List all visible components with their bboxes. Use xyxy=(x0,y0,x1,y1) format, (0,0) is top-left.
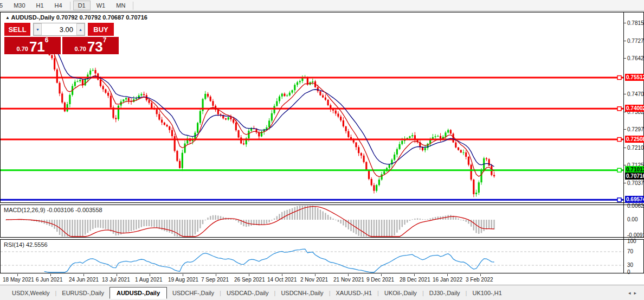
sell-price-pips: 71 xyxy=(29,40,45,53)
symbol-tab-xauusd-h1[interactable]: XAUUSD-,H1 xyxy=(330,288,377,298)
volume-decrease-button[interactable]: ▼ xyxy=(34,23,42,35)
timeframe-button-h4[interactable]: H4 xyxy=(50,1,67,10)
buy-price-display[interactable]: 0.70 73 7 xyxy=(62,37,119,54)
price-tick-label: 0.72100 xyxy=(627,145,644,151)
symbol-tab-usdcad-daily[interactable]: USDCAD-,Daily xyxy=(221,288,274,298)
symbol-tab-audusd-daily[interactable]: AUDUSD-,Daily xyxy=(110,287,167,299)
timeframe-button-5[interactable]: 5 xyxy=(0,1,8,10)
sell-price-point: 6 xyxy=(45,37,49,43)
buy-price-pips: 73 xyxy=(87,40,103,53)
price-tick xyxy=(624,129,626,130)
date-axis[interactable]: 18 May 20216 Jun 202124 Jun 202113 Jul 2… xyxy=(0,274,644,284)
hline-handle[interactable] xyxy=(617,168,621,172)
timeframe-button-m30[interactable]: M30 xyxy=(9,1,30,10)
price-tick xyxy=(624,112,626,112)
symbol-tab-usdx-weekly[interactable]: USDX,Weekly xyxy=(7,288,55,298)
date-tick xyxy=(17,274,18,276)
date-label: 14 Oct 2021 xyxy=(267,277,297,283)
date-label: 6 Jun 2021 xyxy=(36,277,63,283)
date-tick xyxy=(447,274,448,276)
tab-scroll-right-icon[interactable]: ▸ xyxy=(634,290,640,296)
price-tick-label: 0.77275 xyxy=(627,38,644,44)
symbol-tab-usdchf-daily[interactable]: USDCHF-,Daily xyxy=(167,288,220,298)
date-tick xyxy=(315,274,315,276)
timeframe-button-h1[interactable]: H1 xyxy=(31,1,49,10)
date-tick xyxy=(249,274,249,276)
price-tick xyxy=(624,23,626,23)
sell-price-display[interactable]: 0.70 71 6 xyxy=(4,37,61,54)
price-tick-label: 0.70375 xyxy=(627,180,644,186)
macd-indicator-pane[interactable]: MACD(12,26,9) -0.003106 -0.003558 xyxy=(0,205,644,238)
volume-increase-button[interactable]: ▲ xyxy=(76,23,85,35)
buy-price-point: 7 xyxy=(103,37,107,43)
timeframe-button-mn[interactable]: MN xyxy=(111,1,130,10)
macd-axis-label: 0.006201 xyxy=(627,203,644,209)
date-label: 19 Aug 2021 xyxy=(168,277,198,283)
rsi-indicator-pane[interactable]: RSI(14) 42.5556 xyxy=(0,239,644,273)
symbol-tab-usdcnh-daily[interactable]: USDCNH-,Daily xyxy=(275,288,329,298)
rsi-axis-label: 100 xyxy=(627,238,636,244)
rsi-axis-label: 70 xyxy=(627,248,633,254)
hline-handle[interactable] xyxy=(617,107,621,111)
date-tick xyxy=(381,274,382,276)
symbol-tab-ukoil-daily[interactable]: UKOil-,Daily xyxy=(379,288,422,298)
price-tick-label: 0.74700 xyxy=(627,91,644,97)
chart-header: ▲ AUDUSD-,Daily 0.70792 0.70792 0.70687 … xyxy=(5,14,147,21)
current-price-label: 0.70716 xyxy=(625,173,644,180)
date-tick xyxy=(480,274,481,276)
sell-price-prefix: 0.70 xyxy=(16,44,28,53)
timeframe-toolbar: 5M30H1H4D1W1MN xyxy=(0,0,644,11)
macd-axis-label: -0.009195 xyxy=(627,232,644,238)
one-click-trading-panel: SELL ▼ 3.00 ▲ BUY 0.70 71 6 0.70 73 7 xyxy=(4,23,119,54)
date-tick xyxy=(50,274,51,276)
date-label: 21 Nov 2021 xyxy=(333,277,364,283)
symbol-tab-eurusd-daily[interactable]: EURUSD-,Daily xyxy=(56,288,110,298)
rsi-axis-label: 30 xyxy=(627,262,633,268)
date-label: 9 Dec 2021 xyxy=(366,277,394,283)
symbol-tab-uk100-h1[interactable]: UK100-,H1 xyxy=(467,288,507,298)
date-label: 3 Feb 2022 xyxy=(466,277,493,283)
collapse-arrow-icon[interactable]: ▲ xyxy=(5,15,10,20)
hline-price-label: 0.72508 xyxy=(625,136,644,143)
chart-symbol-title: AUDUSD-,Daily xyxy=(11,14,55,21)
hline-handle[interactable] xyxy=(617,138,621,142)
date-label: 2 Nov 2021 xyxy=(300,277,328,283)
symbol-tab-dj30-daily[interactable]: DJ30-,Daily xyxy=(424,288,466,298)
sell-button[interactable]: SELL xyxy=(4,23,30,36)
timeframe-button-w1[interactable]: W1 xyxy=(92,1,111,10)
toolbar-separator xyxy=(70,2,70,10)
macd-canvas xyxy=(1,205,624,237)
date-tick xyxy=(282,274,282,276)
date-label: 1 Aug 2021 xyxy=(135,277,163,283)
price-axis[interactable]: 0.781500.772750.764250.747000.738250.729… xyxy=(623,12,644,273)
volume-input[interactable]: 3.00 xyxy=(42,23,76,35)
date-tick xyxy=(117,274,117,276)
date-label: 13 Jul 2021 xyxy=(102,277,130,283)
price-tick xyxy=(624,148,626,148)
date-tick xyxy=(216,274,216,276)
price-tick-label: 0.72975 xyxy=(627,126,644,132)
buy-price-prefix: 0.70 xyxy=(74,44,86,53)
date-tick xyxy=(183,274,183,276)
hline-price-label: 0.75512 xyxy=(625,74,644,81)
price-tick-label: 0.78150 xyxy=(627,20,644,26)
buy-button[interactable]: BUY xyxy=(88,23,114,36)
timeframe-button-d1[interactable]: D1 xyxy=(73,1,91,10)
chart-ohlc-values: 0.70792 0.70792 0.70687 0.70716 xyxy=(56,14,147,21)
date-label: 7 Sep 2021 xyxy=(201,277,229,283)
price-tick xyxy=(624,41,626,41)
date-tick xyxy=(150,274,150,276)
macd-axis-label: 0.00 xyxy=(627,216,637,222)
hline-price-label: 0.74002 xyxy=(625,105,644,112)
rsi-canvas xyxy=(1,240,624,273)
volume-stepper: ▼ 3.00 ▲ xyxy=(33,23,85,36)
tab-scroll-left-icon[interactable]: ◂ xyxy=(628,290,634,296)
symbol-tab-bar: USDX,Weekly|EURUSD-,DailyAUDUSD-,DailyUS… xyxy=(0,285,644,300)
date-label: 16 Jan 2022 xyxy=(433,277,462,283)
hline-handle[interactable] xyxy=(617,198,621,202)
hline-price-label: 0.69574 xyxy=(625,196,644,203)
date-tick xyxy=(83,274,84,276)
price-tick xyxy=(624,58,626,59)
date-tick xyxy=(348,274,349,276)
hline-handle[interactable] xyxy=(617,76,621,80)
